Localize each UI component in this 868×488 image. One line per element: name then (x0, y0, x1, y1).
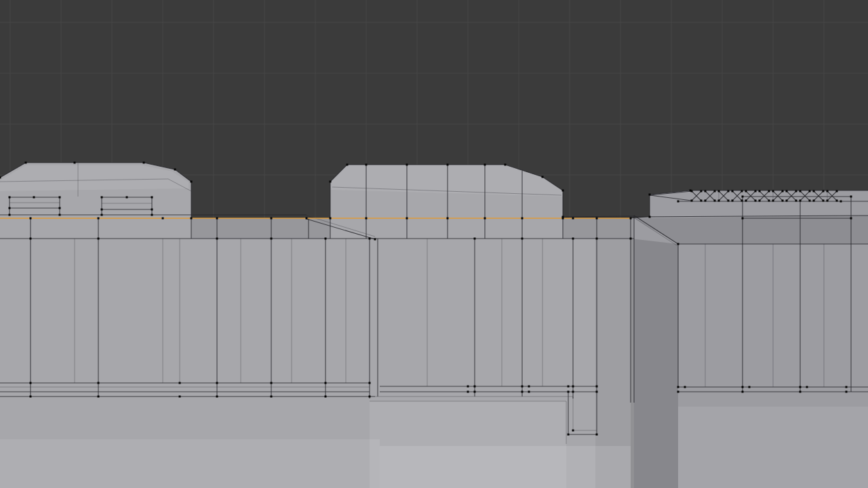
viewport-canvas[interactable] (0, 0, 868, 488)
mesh-vertex[interactable] (596, 391, 598, 393)
mesh-edge[interactable] (563, 216, 634, 217)
mesh-vertex[interactable] (850, 196, 852, 198)
mesh-vertex[interactable] (701, 190, 703, 192)
mesh-vertex[interactable] (9, 214, 11, 216)
mesh-vertex[interactable] (174, 169, 176, 171)
mesh-vertex[interactable] (691, 190, 693, 192)
mesh-vertex[interactable] (786, 190, 788, 192)
mesh-vertex[interactable] (9, 207, 11, 209)
mesh-vertex[interactable] (216, 218, 218, 220)
mesh-vertex[interactable] (749, 386, 751, 388)
mesh-vertex[interactable] (728, 200, 730, 202)
mesh-vertex[interactable] (800, 200, 802, 202)
mesh-vertex[interactable] (484, 164, 486, 166)
mesh-vertex[interactable] (191, 218, 193, 220)
mesh-vertex[interactable] (406, 218, 408, 220)
mesh-vertex[interactable] (800, 190, 802, 192)
mesh-vertex[interactable] (216, 396, 218, 398)
mesh-vertex[interactable] (366, 218, 368, 220)
mesh-vertex[interactable] (691, 200, 693, 202)
3d-viewport[interactable] (0, 0, 868, 488)
mesh-vertex[interactable] (101, 214, 103, 216)
mesh-vertex[interactable] (271, 396, 273, 398)
mesh-vertex[interactable] (806, 386, 808, 388)
mesh-vertex[interactable] (271, 238, 273, 240)
mesh-vertex[interactable] (30, 396, 32, 398)
mesh-vertex[interactable] (728, 190, 730, 192)
mesh-vertex[interactable] (369, 382, 371, 384)
mesh-vertex[interactable] (568, 434, 570, 436)
mesh-vertex[interactable] (768, 200, 770, 202)
mesh-vertex[interactable] (714, 200, 716, 202)
mesh-vertex[interactable] (447, 218, 449, 220)
recess-side-face[interactable] (631, 239, 678, 488)
mesh-vertex[interactable] (521, 386, 524, 388)
mesh-vertex[interactable] (568, 391, 570, 393)
mesh-vertex[interactable] (755, 190, 757, 192)
mesh-vertex[interactable] (98, 238, 100, 240)
mesh-vertex[interactable] (827, 190, 829, 192)
mesh-vertex[interactable] (98, 382, 100, 384)
mesh-vertex[interactable] (850, 218, 852, 220)
mesh-vertex[interactable] (677, 243, 679, 245)
mesh-vertex[interactable] (74, 162, 76, 164)
mesh-vertex[interactable] (447, 164, 449, 166)
mesh-vertex[interactable] (406, 164, 408, 166)
mesh-vertex[interactable] (30, 382, 32, 384)
mesh-vertex[interactable] (0, 177, 1, 179)
mesh-vertex[interactable] (306, 218, 308, 220)
mesh-vertex[interactable] (528, 386, 530, 388)
mesh-vertex[interactable] (374, 239, 376, 241)
mesh-vertex[interactable] (568, 386, 570, 388)
mesh-vertex[interactable] (800, 386, 802, 388)
mesh-vertex[interactable] (162, 218, 164, 220)
mesh-vertex[interactable] (759, 190, 761, 192)
mesh-vertex[interactable] (759, 200, 761, 202)
mesh-vertex[interactable] (745, 200, 747, 202)
mesh-vertex[interactable] (325, 382, 327, 384)
mesh-vertex[interactable] (59, 197, 61, 199)
mesh-vertex[interactable] (813, 200, 815, 202)
mesh-vertex[interactable] (151, 214, 153, 216)
mesh-vertex[interactable] (179, 382, 181, 384)
mesh-vertex[interactable] (521, 218, 524, 220)
mesh-vertex[interactable] (572, 386, 574, 388)
mesh-vertex[interactable] (30, 218, 32, 220)
mesh-vertex[interactable] (271, 218, 273, 220)
mesh-vertex[interactable] (101, 197, 103, 199)
mesh-vertex[interactable] (325, 238, 327, 240)
mesh-vertex[interactable] (474, 391, 476, 393)
mesh-vertex[interactable] (809, 200, 811, 202)
mesh-vertex[interactable] (718, 200, 720, 202)
mesh-vertex[interactable] (347, 164, 349, 166)
mesh-vertex[interactable] (126, 197, 128, 199)
mesh-vertex[interactable] (151, 209, 153, 211)
mesh-vertex[interactable] (467, 386, 469, 388)
mesh-vertex[interactable] (630, 218, 632, 220)
mesh-vertex[interactable] (521, 391, 524, 393)
mesh-vertex[interactable] (823, 190, 825, 192)
mesh-vertex[interactable] (795, 190, 797, 192)
mesh-vertex[interactable] (677, 386, 679, 388)
mesh-vertex[interactable] (366, 164, 368, 166)
mesh-vertex[interactable] (649, 194, 651, 196)
mesh-vertex[interactable] (649, 216, 651, 218)
mesh-vertex[interactable] (677, 391, 679, 393)
mesh-vertex[interactable] (216, 382, 218, 384)
mesh-vertex[interactable] (684, 386, 686, 388)
panel-highlight[interactable] (0, 439, 380, 488)
mesh-vertex[interactable] (772, 200, 774, 202)
mesh-vertex[interactable] (216, 238, 218, 240)
mesh-vertex[interactable] (98, 396, 100, 398)
mesh-vertex[interactable] (330, 181, 332, 183)
mesh-vertex[interactable] (572, 391, 574, 393)
mesh-vertex[interactable] (768, 190, 770, 192)
mesh-vertex[interactable] (151, 197, 153, 199)
mesh-vertex[interactable] (505, 164, 507, 166)
mesh-vertex[interactable] (101, 209, 103, 211)
mesh-vertex[interactable] (369, 238, 371, 240)
left-stud-bevel[interactable] (0, 165, 189, 191)
mesh-vertex[interactable] (596, 434, 598, 436)
mesh-vertex[interactable] (782, 190, 784, 192)
mesh-vertex[interactable] (98, 218, 100, 220)
